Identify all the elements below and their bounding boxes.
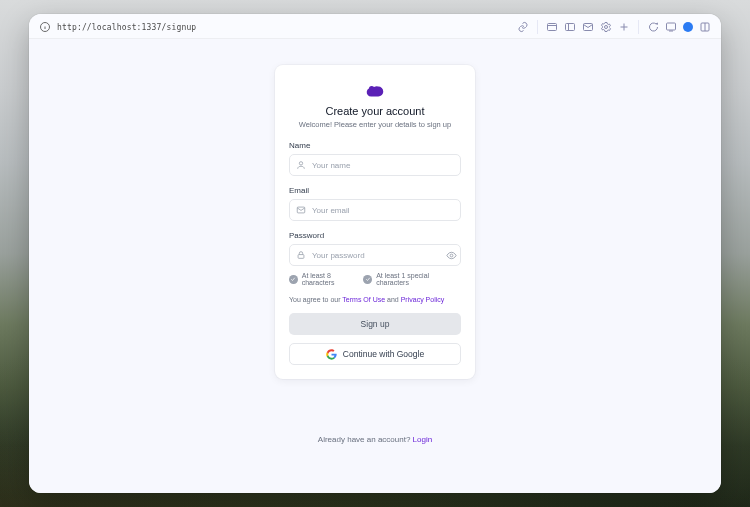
link-icon[interactable]	[517, 21, 529, 33]
site-info-icon[interactable]	[39, 21, 51, 33]
svg-rect-11	[667, 23, 676, 30]
viewport: Create your account Welcome! Please ente…	[29, 39, 721, 493]
window-icon[interactable]	[546, 21, 558, 33]
svg-point-8	[605, 26, 608, 29]
name-input[interactable]	[308, 161, 460, 170]
signup-card: Create your account Welcome! Please ente…	[275, 65, 475, 379]
login-footer: Already have an account? Login	[29, 435, 721, 444]
privacy-link[interactable]: Privacy Policy	[401, 296, 445, 303]
lock-icon	[294, 250, 308, 260]
eye-icon	[446, 250, 457, 261]
password-requirements: At least 8 characters At least 1 special…	[289, 272, 461, 286]
gear-icon[interactable]	[600, 21, 612, 33]
agreement-text: You agree to our Terms Of Use and Privac…	[289, 296, 461, 303]
layout-icon[interactable]	[699, 21, 711, 33]
requirement-length-text: At least 8 characters	[302, 272, 364, 286]
browser-window: http://localhost:1337/signup	[29, 14, 721, 493]
name-label: Name	[289, 141, 461, 150]
svg-point-18	[450, 254, 453, 257]
login-prompt: Already have an account?	[318, 435, 413, 444]
login-link[interactable]: Login	[413, 435, 433, 444]
plus-icon[interactable]	[618, 21, 630, 33]
address-bar: http://localhost:1337/signup	[29, 14, 721, 39]
desktop-background: http://localhost:1337/signup	[0, 0, 750, 507]
google-logo-icon	[326, 349, 337, 360]
svg-rect-5	[566, 24, 575, 31]
requirement-length: At least 8 characters	[289, 272, 363, 286]
agree-prefix: You agree to our	[289, 296, 342, 303]
terms-link[interactable]: Terms Of Use	[342, 296, 385, 303]
devtools-icon[interactable]	[665, 21, 677, 33]
email-label: Email	[289, 186, 461, 195]
email-input[interactable]	[308, 206, 460, 215]
requirement-special-text: At least 1 special characters	[376, 272, 461, 286]
toggle-password-visibility[interactable]	[442, 250, 460, 261]
app-logo-icon	[364, 83, 386, 99]
svg-rect-3	[548, 24, 557, 31]
panel-icon[interactable]	[564, 21, 576, 33]
browser-toolbar	[517, 20, 711, 34]
card-title: Create your account	[289, 105, 461, 117]
name-input-wrap[interactable]	[289, 154, 461, 176]
password-input-wrap[interactable]	[289, 244, 461, 266]
password-input[interactable]	[308, 251, 442, 260]
email-input-wrap[interactable]	[289, 199, 461, 221]
url-text[interactable]: http://localhost:1337/signup	[57, 23, 196, 32]
requirement-special: At least 1 special characters	[363, 272, 461, 286]
google-signup-button[interactable]: Continue with Google	[289, 343, 461, 365]
check-icon	[289, 275, 298, 284]
address-left: http://localhost:1337/signup	[39, 21, 196, 33]
toolbar-separator	[537, 20, 538, 34]
toolbar-separator	[638, 20, 639, 34]
email-field: Email	[289, 186, 461, 221]
google-button-label: Continue with Google	[343, 349, 424, 359]
svg-point-14	[369, 86, 375, 92]
svg-rect-17	[298, 255, 304, 259]
svg-point-15	[299, 162, 302, 165]
name-field: Name	[289, 141, 461, 176]
password-label: Password	[289, 231, 461, 240]
card-subtitle: Welcome! Please enter your details to si…	[289, 120, 461, 129]
chat-icon[interactable]	[647, 21, 659, 33]
agree-mid: and	[385, 296, 401, 303]
status-dot-icon[interactable]	[683, 22, 693, 32]
user-icon	[294, 160, 308, 170]
password-field: Password	[289, 231, 461, 266]
mail-icon[interactable]	[582, 21, 594, 33]
signup-button[interactable]: Sign up	[289, 313, 461, 335]
mail-input-icon	[294, 205, 308, 215]
check-icon	[363, 275, 372, 284]
